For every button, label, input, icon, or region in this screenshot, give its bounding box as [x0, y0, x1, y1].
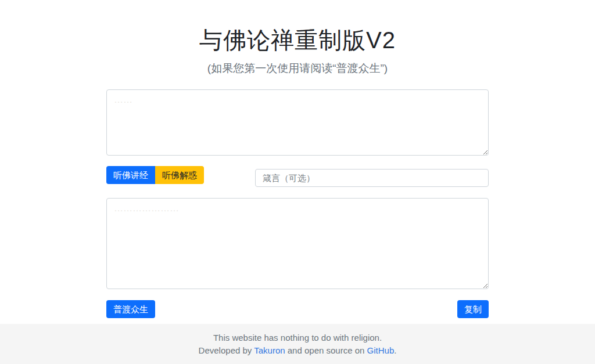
- mode-listen-sutra-button[interactable]: 听佛讲经: [106, 166, 155, 184]
- page-header: 与佛论禅重制版V2 (如果您第一次使用请阅读“普渡众生”): [0, 0, 595, 76]
- takuron-link[interactable]: Takuron: [254, 345, 285, 355]
- footer-developed-by-text: Developed by: [199, 345, 255, 355]
- source-textarea[interactable]: [106, 89, 489, 156]
- main-content: 听佛讲经 听佛解惑 普渡众生 复制: [106, 76, 489, 318]
- page-title: 与佛论禅重制版V2: [0, 24, 595, 56]
- actions-row: 普渡众生 复制: [106, 300, 489, 318]
- github-link[interactable]: GitHub: [367, 345, 395, 355]
- copy-button[interactable]: 复制: [457, 300, 489, 318]
- execute-button[interactable]: 普渡众生: [106, 300, 155, 318]
- page: 与佛论禅重制版V2 (如果您第一次使用请阅读“普渡众生”) 听佛讲经 听佛解惑 …: [0, 0, 595, 364]
- motto-input[interactable]: [255, 169, 489, 187]
- footer-credits: Developed by Takuron and open source on …: [0, 345, 595, 355]
- mode-solve-doubts-button[interactable]: 听佛解惑: [155, 166, 204, 184]
- footer: This website has nothing to do with reli…: [0, 324, 595, 364]
- mode-button-group: 听佛讲经 听佛解惑: [106, 166, 204, 184]
- footer-disclaimer: This website has nothing to do with reli…: [0, 333, 595, 343]
- footer-open-source-text: and open source on: [285, 345, 367, 355]
- footer-period-text: .: [394, 345, 396, 355]
- page-subtitle: (如果您第一次使用请阅读“普渡众生”): [0, 61, 595, 76]
- result-textarea[interactable]: [106, 198, 489, 289]
- mode-and-motto-row: 听佛讲经 听佛解惑: [106, 166, 489, 187]
